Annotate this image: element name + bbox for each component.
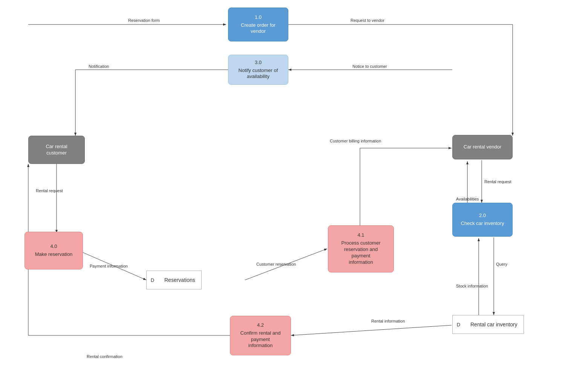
diagram-container: Reservation form Request to vendor Notif… <box>0 0 588 384</box>
label-query: Query <box>496 262 507 266</box>
svg-line-16 <box>291 325 452 335</box>
node-car-rental-customer[interactable]: Car rentalcustomer <box>28 136 85 164</box>
node-notify-number: 3.0 <box>255 60 262 66</box>
node-make-reservation[interactable]: 4.0 Make reservation <box>24 232 83 269</box>
node-process-number: 4.1 <box>357 232 364 239</box>
label-payment-info: Payment information <box>90 264 128 268</box>
label-notice-to-customer: Notice to customer <box>352 64 387 69</box>
label-rental-request-right: Rental request <box>484 179 511 184</box>
node-check-inventory[interactable]: 2.0 Check car inventory <box>452 203 513 237</box>
datastore-inventory-label: Rental car inventory <box>464 315 524 334</box>
datastore-reservations-label: Reservations <box>158 271 202 289</box>
datastore-reservations[interactable]: D Reservations <box>146 271 247 289</box>
node-create-order-number: 1.0 <box>255 14 262 21</box>
node-process-customer[interactable]: 4.1 Process customerreservation andpayme… <box>328 225 394 272</box>
node-confirm-label: Confirm rental andpaymentinformation <box>240 330 281 349</box>
label-availabilities: Availabilities <box>456 197 479 201</box>
node-confirm-number: 4.2 <box>257 322 264 329</box>
label-customer-reservation: Customer reservation <box>256 262 296 266</box>
node-check-inventory-label: Check car inventory <box>461 220 504 227</box>
label-rental-confirmation: Rental confirmation <box>87 354 122 359</box>
label-rental-request-left: Rental request <box>36 188 63 193</box>
label-customer-billing: Customer billing information <box>330 139 381 143</box>
datastore-inventory-d: D <box>452 315 464 334</box>
label-notification: Notification <box>89 64 109 69</box>
node-customer-label: Car rentalcustomer <box>46 144 67 156</box>
label-rental-info: Rental information <box>371 319 405 323</box>
label-reservation-form: Reservation form <box>128 18 160 23</box>
node-notify-customer[interactable]: 3.0 Notify customer ofavailability <box>228 55 288 85</box>
node-notify-label: Notify customer ofavailability <box>239 67 278 80</box>
node-vendor-label: Car rental vendor <box>464 144 501 150</box>
node-process-label: Process customerreservation andpaymentin… <box>341 240 380 266</box>
node-car-rental-vendor[interactable]: Car rental vendor <box>452 135 513 159</box>
label-stock-info: Stock information <box>456 284 488 288</box>
node-create-order[interactable]: 1.0 Create order forvendor <box>228 8 288 41</box>
node-make-reservation-number: 4.0 <box>50 243 57 250</box>
node-create-order-label: Create order forvendor <box>241 22 276 35</box>
node-check-inventory-number: 2.0 <box>479 213 486 219</box>
node-confirm-rental[interactable]: 4.2 Confirm rental andpaymentinformation <box>230 316 291 355</box>
label-request-to-vendor: Request to vendor <box>351 18 384 23</box>
datastore-reservations-d: D <box>146 271 158 289</box>
node-make-reservation-label: Make reservation <box>35 251 73 258</box>
datastore-rental-car-inventory[interactable]: D Rental car inventory <box>452 315 531 334</box>
